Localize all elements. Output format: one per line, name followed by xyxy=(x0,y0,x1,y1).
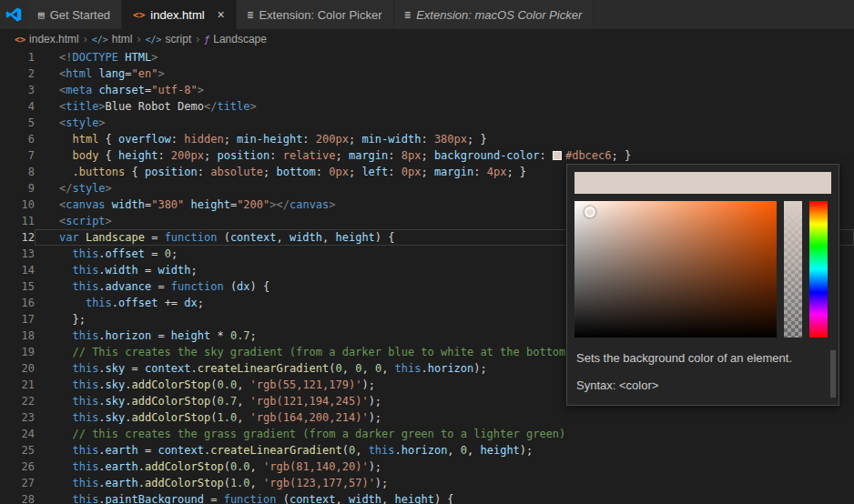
breadcrumb-item-html[interactable]: </> html xyxy=(92,33,133,45)
code-text: this.sky.addColorStop(1.0, 'rgb(164,200,… xyxy=(35,409,854,426)
code-token: margin xyxy=(434,166,473,178)
code-token: . xyxy=(112,297,118,309)
line-number: 8 xyxy=(0,164,35,180)
code-token: 'rgb(81,140,20)' xyxy=(263,460,369,473)
close-icon[interactable]: × xyxy=(218,8,225,21)
code-token: relative xyxy=(283,149,336,162)
code-token: . xyxy=(138,460,145,473)
tab-extension-macos-color-picker[interactable]: ≣ Extension: macOS Color Picker xyxy=(394,0,595,29)
code-token: context xyxy=(145,362,191,375)
code-token: html xyxy=(66,67,92,80)
code-token xyxy=(59,493,72,504)
code-line[interactable]: 3<meta charset="utf-8"> xyxy=(0,82,854,98)
code-token: , xyxy=(250,460,263,473)
code-token: , xyxy=(335,493,348,504)
code-token xyxy=(59,329,72,342)
chevron-right-icon: › xyxy=(84,33,87,45)
code-line[interactable]: 25 this.earth = context.createLinearGrad… xyxy=(0,442,854,459)
code-token: horizon xyxy=(106,329,152,342)
code-token: height xyxy=(336,231,375,244)
code-token: ); xyxy=(369,395,381,408)
code-token xyxy=(59,460,72,473)
code-token: > xyxy=(106,182,112,195)
code-token: position xyxy=(145,166,198,178)
line-number: 11 xyxy=(0,213,35,229)
code-token: . xyxy=(138,477,145,489)
line-number: 1 xyxy=(0,49,35,66)
code-token: offset xyxy=(118,297,158,309)
breadcrumb-item-file[interactable]: <> index.html xyxy=(15,33,79,45)
code-token: horizon xyxy=(428,362,474,375)
css-color-swatch[interactable] xyxy=(553,151,562,160)
code-token: margin xyxy=(349,149,388,162)
code-token: script xyxy=(66,215,105,227)
code-token xyxy=(59,395,72,408)
code-token: ; xyxy=(421,149,433,162)
code-token: ); xyxy=(369,460,381,473)
code-token: this xyxy=(72,477,98,489)
code-text: // this creates the grass gradient (from… xyxy=(35,426,854,442)
tab-get-started[interactable]: ▤ Get Started xyxy=(27,0,122,29)
saturation-cursor[interactable] xyxy=(585,207,595,217)
code-token: { xyxy=(98,133,118,146)
code-token: background-color xyxy=(434,149,540,162)
opacity-slider[interactable] xyxy=(784,201,802,338)
code-token: dx xyxy=(184,297,197,309)
code-token: 0.7 xyxy=(217,395,237,408)
code-token: body xyxy=(72,149,98,162)
code-file-icon: <> xyxy=(15,35,25,45)
code-token: ); xyxy=(473,362,486,375)
color-picker-hover: Sets the background color of an element.… xyxy=(566,164,839,406)
code-token xyxy=(59,444,72,457)
code-token: earth xyxy=(106,460,138,473)
hover-scrollbar-thumb[interactable] xyxy=(830,350,836,398)
tab-index-html[interactable]: <> index.html × xyxy=(122,0,237,29)
code-token: 0 xyxy=(461,444,467,457)
line-number: 3 xyxy=(0,82,35,98)
breadcrumb-item-landscape[interactable]: ƒ Landscape xyxy=(204,33,267,45)
code-token: += xyxy=(158,297,184,309)
code-line[interactable]: 26 this.earth.addColorStop(0.0, 'rgb(81,… xyxy=(0,459,854,475)
code-token: height xyxy=(191,198,230,211)
line-number: 13 xyxy=(0,246,35,262)
code-line[interactable]: 28 this.paintBackground = function (cont… xyxy=(0,491,854,504)
line-number: 5 xyxy=(0,115,35,131)
code-token: addColorStop xyxy=(132,395,211,408)
code-token: 8px xyxy=(402,149,422,162)
code-token: , xyxy=(237,378,249,391)
code-token: : xyxy=(388,149,401,162)
code-line[interactable]: 23 this.sky.addColorStop(1.0, 'rgb(164,2… xyxy=(0,409,854,426)
code-token: meta xyxy=(66,84,92,96)
hue-slider[interactable] xyxy=(809,201,828,338)
code-token xyxy=(79,231,86,244)
code-line[interactable]: 7 body { height: 200px; position: relati… xyxy=(0,147,854,164)
code-line[interactable]: 1<!DOCTYPE HTML> xyxy=(0,49,854,66)
code-token: this xyxy=(86,297,112,309)
code-token: > xyxy=(98,100,105,113)
code-token: 200px xyxy=(171,149,204,162)
code-token: , xyxy=(381,362,394,375)
code-token: this xyxy=(72,280,98,293)
code-token: title xyxy=(217,100,249,113)
code-token: sky xyxy=(106,395,126,408)
code-token: . xyxy=(98,444,105,457)
tab-label: index.html xyxy=(150,8,204,22)
code-token: this xyxy=(72,247,98,260)
code-token: sky xyxy=(106,362,126,375)
breadcrumb-item-script[interactable]: </> script xyxy=(145,33,191,45)
code-token: 0.7 xyxy=(230,329,250,342)
code-line[interactable]: 6 html { overflow: hidden; min-height: 2… xyxy=(0,131,854,147)
code-text: this.earth.addColorStop(1.0, 'rgb(123,17… xyxy=(35,475,854,491)
code-line[interactable]: 4<title>Blue Robot Demo</title> xyxy=(0,98,854,115)
code-line[interactable]: 5<style> xyxy=(0,115,854,131)
code-line[interactable]: 24 // this creates the grass gradient (f… xyxy=(0,426,854,442)
tab-label: Extension: macOS Color Picker xyxy=(416,8,582,22)
code-line[interactable]: 2<html lang="en"> xyxy=(0,66,854,82)
tab-extension-color-picker[interactable]: ≣ Extension: Color Picker xyxy=(237,0,394,29)
code-token: this xyxy=(72,493,98,504)
code-token: ); xyxy=(520,444,533,457)
code-token: = xyxy=(145,231,165,244)
saturation-box[interactable] xyxy=(574,201,777,338)
code-token: . xyxy=(395,444,402,457)
code-line[interactable]: 27 this.earth.addColorStop(1.0, 'rgb(123… xyxy=(0,475,854,491)
